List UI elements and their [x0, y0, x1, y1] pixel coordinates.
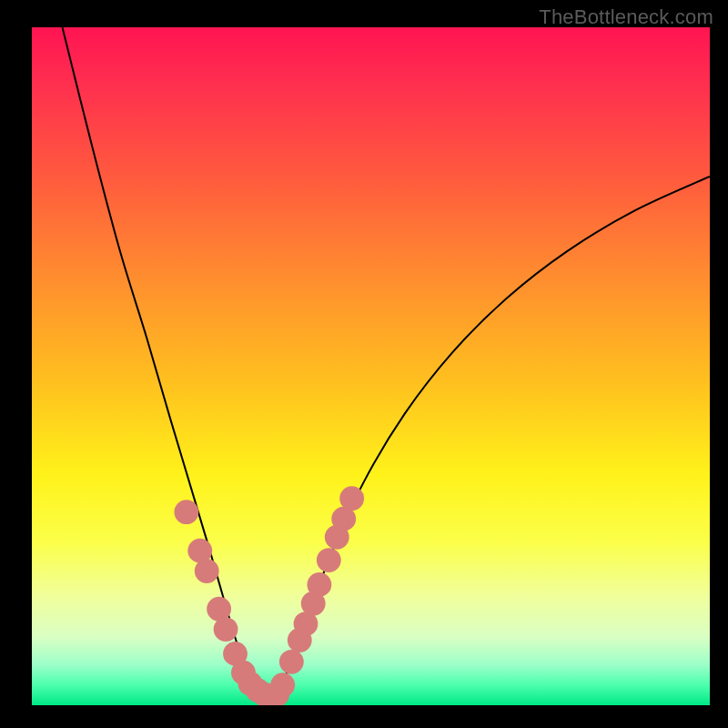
chart-frame: TheBottleneck.com: [0, 0, 728, 728]
marker-dot: [270, 672, 295, 697]
bottleneck-curve: [63, 27, 710, 702]
curve-left-branch: [63, 27, 266, 699]
marker-dot: [279, 650, 304, 674]
plot-area: [32, 27, 710, 705]
watermark-text: TheBottleneck.com: [539, 5, 713, 29]
marker-dot: [195, 559, 219, 583]
curve-svg: [32, 27, 710, 705]
marker-dot: [214, 617, 238, 642]
marker-dots: [174, 486, 364, 705]
marker-dot: [174, 500, 198, 524]
marker-dot: [339, 486, 364, 511]
curve-right-branch: [279, 177, 710, 692]
marker-dot: [307, 572, 331, 597]
marker-dot: [317, 548, 341, 572]
